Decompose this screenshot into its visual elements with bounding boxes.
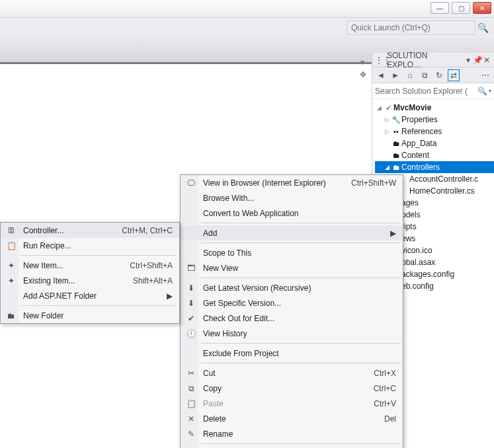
context-menu-add-submenu: 🖺Controller...Ctrl+M, Ctrl+C📋Run Recipe.… (0, 222, 180, 324)
collapse-icon[interactable]: ⧉ (419, 69, 431, 81)
menu-item[interactable]: ⬇Get Specific Version... (181, 295, 403, 311)
submenu-arrow-icon: ▶ (388, 229, 396, 238)
menu-item-label: New Item... (19, 261, 116, 270)
menu-item[interactable]: Exclude From Project (181, 346, 403, 361)
menu-item[interactable]: 🗔New View (181, 260, 403, 276)
menu-item[interactable]: Add ASP.NET Folder▶ (1, 288, 179, 303)
back-icon[interactable]: ◄ (375, 69, 387, 81)
quick-launch-bar: 🔍 (0, 18, 494, 38)
menu-item-shortcut: Ctrl+M, Ctrl+C (108, 226, 173, 235)
menu-item[interactable]: 🖺Controller...Ctrl+M, Ctrl+C (1, 223, 179, 238)
menu-item-label: Copy (199, 384, 360, 393)
menu-item-shortcut: Del (371, 414, 396, 424)
menu-item[interactable]: 📋Run Recipe... (1, 238, 179, 253)
menu-item-label: Get Latest Version (Recursive) (199, 283, 396, 293)
menu-item-icon: ✎ (183, 429, 199, 439)
tree-node-label: ages (401, 198, 419, 207)
sync-icon[interactable]: ⇄ (448, 69, 460, 81)
tree-node[interactable]: 🖿Content (375, 149, 494, 161)
folder-icon: 🖿 (391, 151, 401, 159)
menu-item[interactable]: 🕘View History (181, 326, 403, 341)
menu-item[interactable]: ✦Existing Item...Shift+Alt+A (1, 273, 179, 288)
close-button[interactable]: ✕ (473, 2, 491, 14)
menu-item-label: Browse With... (199, 194, 396, 203)
menu-item-label: Exclude From Project (199, 349, 396, 358)
tree-node-label: obal.asax (401, 258, 435, 267)
menu-separator (200, 278, 400, 278)
panel-dropdown-icon[interactable]: ▾ (464, 56, 473, 65)
home-icon[interactable]: ⌂ (404, 69, 416, 81)
menu-item[interactable]: Scope to This (181, 245, 403, 260)
menu-item-shortcut: Ctrl+V (360, 399, 396, 408)
tree-node-label: odels (401, 210, 421, 219)
tree-node[interactable]: 🖿App_Data (375, 137, 494, 149)
menu-item-icon: ⬇ (183, 283, 199, 293)
menu-item-label: Existing Item... (19, 276, 120, 285)
expand-icon[interactable]: ◢ (375, 104, 383, 111)
menu-item-icon: 🕘 (183, 329, 199, 338)
panel-title-bar[interactable]: ⋮⋮ SOLUTION EXPLO… ▾ 📌 ✕ (372, 53, 494, 67)
quick-launch-input[interactable] (347, 20, 475, 35)
menu-item-label: View History (199, 329, 396, 338)
menu-item-label: Controller... (19, 226, 108, 235)
menu-item-icon: ✦ (3, 261, 19, 270)
overflow-icon[interactable]: ⋯ (479, 69, 491, 81)
refresh-icon[interactable]: ↻ (433, 69, 445, 81)
context-menu-main: 🖵View in Browser (Internet Explorer)Ctrl… (180, 174, 403, 448)
menu-item-icon: 📋 (183, 399, 199, 408)
tree-root[interactable]: ◢ ✓ MvcMovie (375, 102, 494, 114)
menu-item-label: Rename (199, 429, 396, 439)
menu-item-label: Convert to Web Application (199, 209, 396, 218)
menu-item-icon: 🖿 (3, 311, 19, 320)
menu-item[interactable]: Add▶ (181, 225, 403, 241)
panel-close-icon[interactable]: ✕ (482, 56, 491, 65)
maximize-button[interactable]: ▢ (452, 2, 470, 14)
menu-item[interactable]: ✦New Item...Ctrl+Shift+A (1, 258, 179, 273)
menu-item[interactable]: 🖵View in Browser (Internet Explorer)Ctrl… (181, 175, 403, 190)
expand-icon[interactable]: ◢ (383, 164, 391, 170)
expand-icon[interactable]: ▷ (383, 116, 391, 123)
menu-item-icon: ⧉ (183, 384, 199, 393)
split-grip-icon[interactable]: ✥ (360, 70, 366, 79)
menu-item[interactable]: ✎Rename (181, 426, 403, 441)
menu-item[interactable]: 🖿New Folder (1, 308, 179, 323)
submenu-arrow-icon: ▶ (165, 291, 173, 301)
tree-root-label: MvcMovie (393, 103, 431, 112)
menu-item[interactable]: ✕DeleteDel (181, 411, 403, 426)
menu-separator (200, 443, 400, 444)
tree-node[interactable]: ▷▪▪References (375, 126, 494, 137)
dropdown-icon[interactable]: ▾ (489, 88, 491, 94)
search-icon[interactable]: 🔍 (475, 20, 490, 35)
menu-item-icon: ✔ (183, 314, 199, 323)
menu-item-shortcut: Ctrl+Shift+W (338, 178, 396, 188)
menu-item[interactable]: ✂CutCtrl+X (181, 365, 403, 381)
tree-node-label: eb.config (401, 281, 434, 291)
menu-item[interactable]: ✔Check Out for Edit... (181, 311, 403, 326)
tree-node[interactable]: ▷🔧Properties (375, 114, 494, 126)
forward-icon[interactable]: ► (390, 69, 401, 81)
menu-item-icon: ✕ (183, 414, 199, 424)
menu-item[interactable]: ⧉CopyCtrl+C (181, 381, 403, 396)
panel-icon: ⋮⋮ (375, 56, 384, 65)
menu-item-label: View in Browser (Internet Explorer) (199, 178, 338, 188)
panel-pin-icon[interactable]: 📌 (473, 56, 482, 65)
menu-item[interactable]: ⬇Get Latest Version (Recursive) (181, 280, 403, 295)
menu-item[interactable]: Browse With... (181, 190, 403, 205)
minimize-button[interactable]: — (431, 2, 449, 14)
folder-icon: 🔧 (391, 116, 401, 124)
menu-item-shortcut: Shift+Alt+A (120, 276, 173, 285)
dropdown-arrow-icon[interactable]: ▾ (360, 57, 364, 67)
tree-node-label: AccountController.c (409, 174, 478, 184)
tree-node[interactable]: ◢🖿Controllers (375, 161, 494, 173)
solution-icon: ✓ (383, 104, 393, 112)
menu-separator (200, 363, 400, 363)
panel-search-box[interactable]: Search Solution Explorer ( 🔍▾ (372, 83, 494, 99)
menu-item-icon: 🖺 (3, 226, 19, 235)
menu-item-icon: 🗔 (183, 264, 199, 273)
menu-item-label: Paste (199, 399, 360, 408)
menu-item[interactable]: Convert to Web Application (181, 205, 403, 221)
folder-icon: 🖿 (391, 163, 401, 171)
tree-node-label: Controllers (401, 163, 440, 172)
menu-item-label: Check Out for Edit... (199, 314, 396, 323)
expand-icon[interactable]: ▷ (383, 128, 391, 135)
